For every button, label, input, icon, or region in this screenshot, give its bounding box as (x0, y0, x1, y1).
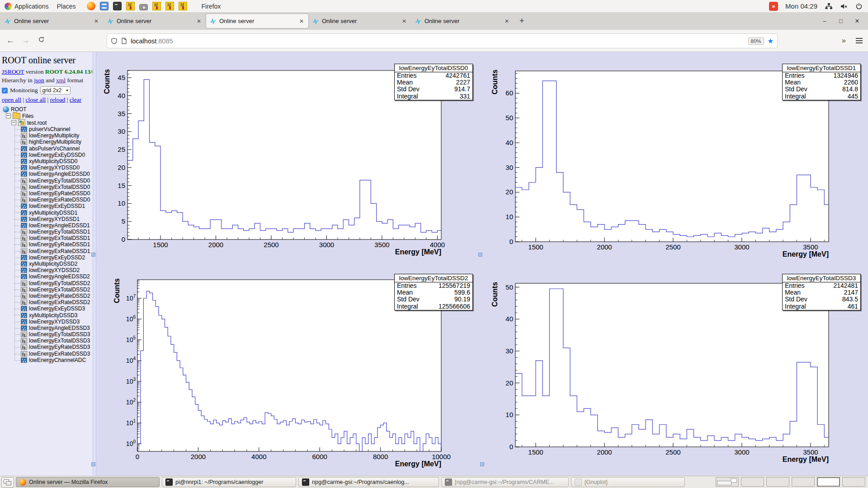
pad-lowEnergyEyTotalDSSD1[interactable]: 150020002500300035000102030405060CountsE… (491, 70, 831, 258)
workspace-cell-3[interactable] (766, 477, 789, 487)
terminal-launcher-icon[interactable] (113, 2, 122, 10)
applications-menu[interactable]: Applications (5, 3, 49, 10)
tree-item-lowEnergyExTotalDSSD3[interactable]: lowEnergyExTotalDSSD3 (0, 338, 93, 344)
tab-online-server-5[interactable]: Online server✕ (411, 14, 514, 28)
stats-box-lowEnergyEyTotalDSSD2[interactable]: lowEnergyEyTotalDSSD2Entries125567219Mea… (394, 274, 473, 310)
url-bar[interactable]: localhost:8085 80% ★ (107, 33, 778, 48)
grid-grip[interactable] (478, 253, 482, 257)
tree-item-lowEnergyAngleEDSSD1[interactable]: lowEnergyAngleEDSSD1 (0, 222, 93, 229)
reload-link[interactable]: reload (50, 96, 66, 103)
tree-item-lowEnergyXYDSSD2[interactable]: lowEnergyXYDSSD2 (0, 267, 93, 273)
tree-item-lowEnergyEyTotalDSSD2[interactable]: lowEnergyEyTotalDSSD2 (0, 280, 93, 286)
taskbar-window-1[interactable]: Online server — Mozilla Firefox (16, 477, 160, 487)
volume-muted-icon[interactable] (840, 3, 848, 10)
menu-hamburger-icon[interactable] (856, 40, 863, 41)
stats-box-lowEnergyEyTotalDSSD3[interactable]: lowEnergyEyTotalDSSD3Entries2142481Mean2… (782, 274, 861, 310)
back-button[interactable]: ← (3, 36, 18, 45)
tree-item-lowEnergyAngleEDSSD0[interactable]: lowEnergyAngleEDSSD0 (0, 171, 93, 177)
tree-item-lowEnergyEyTotalDSSD1[interactable]: lowEnergyEyTotalDSSD1 (0, 229, 93, 235)
page-info-icon[interactable] (121, 38, 127, 44)
tree-item-lowEnergyEyRateDSSD1[interactable]: lowEnergyEyRateDSSD1 (0, 241, 93, 248)
tab-online-server-1[interactable]: Online server✕ (1, 14, 103, 28)
places-menu[interactable]: Places (57, 3, 76, 10)
tree-item-lowEnergyXYDSSD0[interactable]: lowEnergyXYDSSD0 (0, 164, 93, 171)
maximize-button[interactable]: □ (835, 18, 847, 24)
taskbar-window-2[interactable]: pi@nnrpi1: ~/Programs/caenlogger (162, 477, 296, 487)
tree-item-xyMultiplicityDSSD0[interactable]: xyMultiplicityDSSD0 (0, 158, 93, 164)
tab-online-server-4[interactable]: Online server✕ (309, 14, 411, 28)
open-all-link[interactable]: open all (2, 96, 21, 103)
minimize-button[interactable]: – (818, 18, 831, 24)
tree-item-lowEnergyExRateDSSD3[interactable]: lowEnergyExRateDSSD3 (0, 351, 93, 357)
tree-item-lowEnergyExRateDSSD2[interactable]: lowEnergyExRateDSSD2 (0, 299, 93, 305)
tree-item-xyMultiplicityDSSD1[interactable]: xyMultiplicityDSSD1 (0, 209, 93, 216)
tree-item-lowEnergyExEyDSSD2[interactable]: lowEnergyExEyDSSD2 (0, 254, 93, 261)
tree-item-lowEnergyMultiplicity[interactable]: lowEnergyMultiplicity (0, 132, 93, 139)
sidebar-splitter[interactable] (93, 52, 96, 476)
workspace-cell-2[interactable] (741, 477, 764, 487)
tree-item-lowEnergyEyRateDSSD0[interactable]: lowEnergyEyRateDSSD0 (0, 190, 93, 197)
tree-item-lowEnergyExTotalDSSD1[interactable]: lowEnergyExTotalDSSD1 (0, 235, 93, 241)
tab-close-icon[interactable]: ✕ (504, 18, 510, 24)
tree-item-lowEnergyExEyDSSD0[interactable]: lowEnergyExEyDSSD0 (0, 152, 93, 158)
tree-item-absPulserVsChannel[interactable]: absPulserVsChannel (0, 145, 93, 152)
monitoring-grid-select[interactable]: grid 2x2 ▾ (40, 86, 71, 94)
tree-item-lowEnergyChannelADC[interactable]: lowEnergyChannelADC (0, 357, 93, 363)
midas-launcher-icon[interactable] (126, 2, 135, 10)
reload-button[interactable] (33, 36, 49, 45)
tree-file-row[interactable]: test.root (0, 119, 93, 126)
shield-icon[interactable] (111, 38, 118, 45)
splitter-grip[interactable] (91, 462, 95, 466)
jsroot-link[interactable]: JSROOT (2, 68, 24, 75)
tab-close-icon[interactable]: ✕ (298, 18, 305, 24)
histogram-grid-svg[interactable]: 1500200025003000350040000510152025303540… (96, 52, 868, 476)
firefox-launcher-icon[interactable] (87, 2, 95, 10)
json-link[interactable]: json (34, 77, 44, 84)
grid-grip[interactable] (480, 462, 484, 466)
workspace-cell-5[interactable] (817, 477, 840, 487)
tree-item-lowEnergyExRateDSSD0[interactable]: lowEnergyExRateDSSD0 (0, 197, 93, 203)
tab-online-server-3[interactable]: Online server✕ (206, 14, 308, 28)
tree-item-lowEnergyEyTotalDSSD0[interactable]: lowEnergyEyTotalDSSD0 (0, 178, 93, 184)
new-tab-button[interactable]: + (514, 16, 530, 26)
tree-item-lowEnergyXYDSSD1[interactable]: lowEnergyXYDSSD1 (0, 216, 93, 222)
tree-item-lowEnergyExRateDSSD1[interactable]: lowEnergyExRateDSSD1 (0, 248, 93, 254)
stats-box-lowEnergyEyTotalDSSD0[interactable]: lowEnergyEyTotalDSSD0Entries4242761Mean2… (394, 64, 473, 100)
tab-close-icon[interactable]: ✕ (196, 18, 202, 24)
zoom-level-badge[interactable]: 80% (748, 38, 764, 45)
show-desktop-button[interactable] (1, 477, 14, 488)
url-text[interactable]: localhost:8085 (131, 38, 745, 45)
splitter-grip[interactable] (91, 253, 95, 257)
bookmark-star-icon[interactable]: ★ (768, 37, 774, 45)
tree-item-lowEnergyEyTotalDSSD3[interactable]: lowEnergyEyTotalDSSD3 (0, 331, 93, 338)
collapse-expander-icon[interactable] (6, 113, 11, 118)
midas-launcher-icon[interactable] (179, 2, 187, 10)
pad-lowEnergyEyTotalDSSD3[interactable]: 1500200025003000350001020304050CountsEne… (491, 282, 831, 463)
tree-item-lowEnergyAngleEDSSD3[interactable]: lowEnergyAngleEDSSD3 (0, 325, 93, 331)
network-icon[interactable] (825, 3, 833, 10)
tree-item-lowEnergyExTotalDSSD2[interactable]: lowEnergyExTotalDSSD2 (0, 286, 93, 293)
close-button[interactable]: ✕ (851, 18, 863, 24)
tree-item-pulserVsChannel[interactable]: pulserVsChannel (0, 126, 93, 132)
power-icon[interactable] (855, 3, 863, 10)
tab-close-icon[interactable]: ✕ (401, 18, 407, 24)
tree-item-lowEnergyEyRateDSSD3[interactable]: lowEnergyEyRateDSSD3 (0, 344, 93, 350)
tree-item-xyMultiplicityDSSD2[interactable]: xyMultiplicityDSSD2 (0, 261, 93, 267)
tree-root-row[interactable]: ROOT (0, 106, 93, 113)
forward-button[interactable]: → (18, 36, 33, 45)
monitoring-checkbox[interactable]: ✓ (2, 88, 8, 94)
clear-link[interactable]: clear (70, 96, 81, 103)
workspace-cell-4[interactable] (792, 477, 815, 487)
workspace-cell-1[interactable] (716, 477, 739, 487)
file-manager-launcher-icon[interactable] (100, 2, 108, 10)
tree-item-lowEnergyExEyDSSD3[interactable]: lowEnergyExEyDSSD3 (0, 305, 93, 312)
tree-item-xyMultiplicityDSSD3[interactable]: xyMultiplicityDSSD3 (0, 312, 93, 318)
screenshot-tool-launcher-icon[interactable] (139, 4, 148, 10)
tree-item-lowEnergyAngleEDSSD2[interactable]: lowEnergyAngleEDSSD2 (0, 273, 93, 280)
tree-item-lowEnergyEyRateDSSD2[interactable]: lowEnergyEyRateDSSD2 (0, 293, 93, 299)
tree-item-lowEnergyXYDSSD3[interactable]: lowEnergyXYDSSD3 (0, 319, 93, 325)
workspace-cell-6[interactable] (842, 477, 865, 487)
midas-launcher-icon[interactable] (152, 2, 161, 10)
tab-close-icon[interactable]: ✕ (93, 18, 99, 24)
collapse-expander-icon[interactable] (11, 120, 16, 125)
